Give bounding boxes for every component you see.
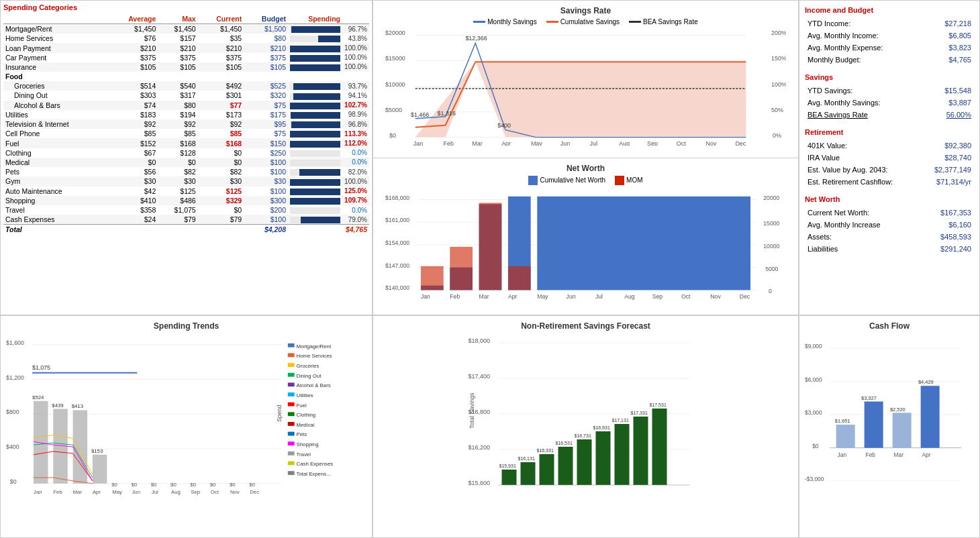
svg-text:$154,000: $154,000 [385, 239, 409, 246]
ib-label: Current Net Worth: [806, 207, 920, 218]
max-value: $128 [158, 148, 197, 158]
legend-cumulative-networth-box [528, 176, 538, 185]
svg-text:Travel: Travel [297, 451, 311, 458]
ib-label: YTD Savings: [806, 85, 925, 96]
svg-text:$2,520: $2,520 [890, 407, 905, 413]
table-row: Television & Internet $92 $92 $92 $95 96… [3, 119, 369, 129]
svg-text:$439: $439 [52, 402, 63, 409]
ib-label: Avg. Monthly Increase [806, 219, 920, 230]
current-value: $375 [198, 53, 244, 62]
current-value: $125 [198, 186, 244, 196]
svg-text:$16,200: $16,200 [469, 444, 491, 451]
budget-value: $100 [244, 186, 288, 196]
svg-text:50%: 50% [771, 107, 783, 113]
spending-bar [288, 110, 342, 119]
legend-cumulative-savings: Cumulative Savings [546, 18, 620, 25]
svg-text:Apr: Apr [93, 489, 101, 495]
pct-value: 100.0% [342, 53, 369, 62]
spending-bar [288, 148, 342, 158]
budget-value: $200 [244, 205, 288, 215]
current-value: $82 [198, 167, 244, 176]
ib-section-title: Retirement [805, 128, 974, 136]
svg-text:10000: 10000 [763, 242, 779, 249]
svg-text:Jun: Jun [567, 292, 576, 299]
spending-bar [288, 43, 342, 52]
svg-text:$1,600: $1,600 [6, 339, 24, 346]
legend-cumulative-savings-line [546, 21, 558, 23]
savings-forecast-svg: $18,000 $17,400 $16,800 $16,200 $15,600 … [379, 335, 793, 516]
budget-value: $320 [244, 91, 288, 100]
max-value: $194 [158, 110, 197, 119]
svg-text:Fuel: Fuel [297, 402, 307, 409]
svg-text:$0: $0 [210, 482, 216, 488]
ib-table: 401K Value: $92,380IRA Value $28,740Est.… [805, 139, 974, 189]
current-value: $77 [198, 101, 244, 110]
savings-forecast-title: Non-Retirement Savings Forecast [379, 321, 793, 331]
svg-text:$15,600: $15,600 [469, 480, 491, 486]
table-row: Fuel $152 $168 $168 $150 112.0% [3, 138, 369, 148]
spending-bar [288, 53, 342, 62]
avg-value: $410 [109, 196, 158, 205]
svg-rect-153 [540, 454, 554, 485]
budget-value: $525 [244, 81, 288, 91]
budget-value: $150 [244, 138, 288, 148]
current-value: $173 [198, 110, 244, 119]
svg-rect-159 [596, 431, 611, 485]
svg-text:0%: 0% [773, 132, 781, 139]
svg-text:Mar: Mar [472, 140, 482, 146]
budget-value: $300 [244, 196, 288, 205]
svg-text:$161,000: $161,000 [385, 217, 409, 223]
svg-rect-130 [288, 441, 295, 445]
ib-row: Liabilities $291,240 [806, 244, 973, 254]
avg-value: $152 [109, 138, 158, 148]
svg-text:Dec: Dec [735, 140, 746, 146]
current-value: $329 [198, 196, 244, 205]
ib-row: Current Net Worth: $167,353 [806, 207, 973, 218]
category-name: Dining Out [3, 91, 109, 100]
svg-rect-163 [634, 417, 648, 485]
pct-value: 82.0% [342, 167, 369, 176]
svg-text:Mar: Mar [894, 451, 904, 458]
avg-value: $514 [109, 81, 158, 91]
ib-label: BEA Savings Rate [806, 109, 925, 120]
svg-text:Feb: Feb [444, 140, 454, 146]
net-worth-svg: $168,000 $161,000 $154,000 $147,000 $140… [385, 188, 786, 302]
max-value: $1,075 [158, 205, 197, 215]
ib-row: YTD Savings: $15,548 [806, 85, 973, 96]
col-header-spending: Spending [288, 14, 342, 24]
table-row: Cash Expenses $24 $79 $79 $100 79.0% [3, 215, 369, 225]
ib-value: $27,218 [928, 18, 973, 29]
svg-rect-161 [615, 424, 630, 485]
svg-text:$0: $0 [230, 482, 236, 488]
svg-text:$12,366: $12,366 [465, 35, 487, 42]
ib-label: IRA Value [806, 152, 920, 163]
svg-text:$1,075: $1,075 [32, 364, 50, 371]
ib-row: Est. Retirement Cashflow: $71,314/yr [806, 176, 973, 187]
svg-text:$0: $0 [249, 482, 255, 488]
svg-text:Aug: Aug [619, 140, 630, 146]
ib-row: Est. Value by Aug. 2043: $2,377,149 [806, 164, 973, 175]
avg-value: $358 [109, 205, 158, 215]
ib-row: YTD Income: $27,218 [806, 18, 973, 29]
ib-value: $2,377,149 [922, 164, 973, 175]
svg-rect-124 [288, 412, 295, 416]
svg-text:Home Services: Home Services [297, 353, 332, 359]
svg-text:Mortgage/Rent: Mortgage/Rent [297, 343, 332, 349]
ib-table: Current Net Worth: $167,353Avg. Monthly … [805, 206, 974, 256]
category-name: Loan Payment [3, 43, 109, 52]
pct-value: 93.7% [342, 81, 369, 91]
svg-text:Medical: Medical [297, 422, 315, 428]
spending-bar [288, 167, 342, 176]
svg-text:Apr: Apr [501, 140, 511, 146]
svg-rect-53 [421, 266, 444, 290]
col-header-current: Current [198, 14, 244, 24]
svg-text:$1,466: $1,466 [411, 111, 429, 118]
avg-value: $105 [109, 62, 158, 72]
svg-text:$0: $0 [10, 478, 17, 485]
budget-value: $210 [244, 43, 288, 52]
max-value: $125 [158, 186, 197, 196]
net-worth-title: Net Worth [379, 164, 793, 173]
svg-text:Nov: Nov [706, 140, 717, 146]
pct-value: 43.8% [342, 34, 369, 43]
savings-chart-area: $20000 $15000 $10000 $5000 $0 200% 150% … [385, 28, 786, 146]
